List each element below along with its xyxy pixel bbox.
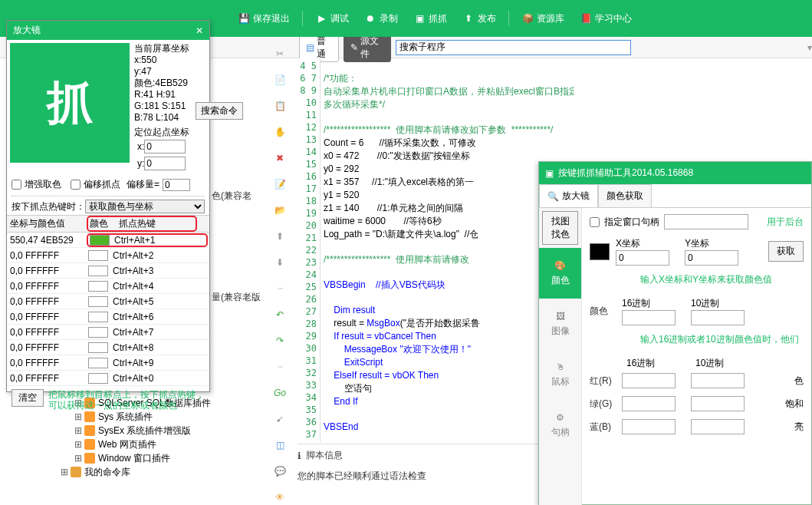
palette-icon: 🎨: [554, 260, 566, 271]
zhuazhua-button[interactable]: ▣抓抓: [413, 12, 447, 25]
plugin-icon: [84, 453, 95, 464]
hand-icon[interactable]: ✋: [272, 124, 288, 140]
grid-row[interactable]: 0,0 FFFFFFCtrl+Alt+2: [7, 248, 209, 263]
sep2: ┄: [272, 359, 288, 375]
offset-amount-input[interactable]: [163, 179, 190, 191]
clear-button[interactable]: 清空: [12, 389, 44, 407]
coord-info: 当前屏幕坐标 x:550 y:47 颜色:4EB529 R:41 H:91 G:…: [131, 41, 192, 173]
comment-icon[interactable]: 💬: [272, 464, 288, 479]
grid-row[interactable]: 550,47 4EB529Ctrl+Alt+1: [7, 233, 209, 248]
debug-button[interactable]: ▶调试: [315, 12, 349, 25]
paste-icon[interactable]: 📋: [272, 98, 288, 114]
cmd-icon: [71, 467, 81, 477]
grid-row[interactable]: 0,0 FFFFFFCtrl+Alt+8: [7, 340, 209, 355]
source-view-tab[interactable]: ✎源文件: [344, 33, 391, 62]
grid-row[interactable]: 0,0 FFFFFFCtrl+Alt+7: [7, 325, 209, 340]
b-hex-input[interactable]: [622, 419, 676, 434]
offset-checkbox[interactable]: [71, 180, 81, 190]
cross-icon[interactable]: ✖: [272, 150, 288, 166]
grid-row[interactable]: 0,0 FFFFFFCtrl+Alt+9: [7, 355, 209, 371]
hex-input[interactable]: [622, 310, 676, 325]
tree-node[interactable]: ⊞Web 网页插件: [74, 437, 258, 451]
redo-icon[interactable]: ↷: [272, 333, 288, 348]
origin-x-input[interactable]: [144, 140, 186, 153]
eye-icon[interactable]: 👁: [272, 490, 288, 505]
grid-body: 550,47 4EB529Ctrl+Alt+10,0 FFFFFFCtrl+Al…: [7, 233, 209, 386]
color-tab-content: 指定窗口句柄 用于后台 X坐标 Y坐标 获取 输入X坐标和Y坐标来获取颜色值 颜…: [582, 208, 811, 505]
tab-color-get[interactable]: 颜色获取: [598, 184, 652, 207]
dropdown-icon[interactable]: ▾: [807, 42, 812, 53]
save-icon: 💾: [238, 12, 250, 25]
r-dec-input[interactable]: [691, 373, 745, 388]
tab-magnifier[interactable]: 🔍放大镜: [539, 184, 598, 207]
folder-icon[interactable]: 📂: [272, 203, 288, 218]
vertical-toolbar: ✂ 📄 📋 ✋ ✖ 📝 📂 ⬆ ⬇ ┄ ↶ ↷ ┄ Go ➹ ◫ 💬 👁: [268, 46, 291, 505]
dec-input[interactable]: [691, 310, 745, 325]
vtab-color[interactable]: 🎨颜色: [539, 248, 581, 299]
book-icon: 📕: [580, 12, 592, 25]
color-swatch: [590, 243, 610, 260]
plugin-icon: [84, 425, 95, 436]
spec-handle-checkbox[interactable]: [590, 217, 600, 227]
x-input[interactable]: [616, 250, 669, 266]
dialog-title-bar[interactable]: 放大镜 ✕: [7, 21, 209, 40]
header-highlight: 颜色抓点热键: [88, 217, 196, 230]
search-command-button[interactable]: 搜索命令: [196, 102, 243, 120]
vtab-image[interactable]: 🖼图像: [539, 299, 581, 349]
publish-icon: ⬆: [462, 12, 475, 25]
r-hex-input[interactable]: [622, 373, 676, 388]
get-button[interactable]: 获取: [768, 241, 804, 262]
plugin-icon: [84, 439, 95, 450]
g-hex-input[interactable]: [622, 396, 676, 411]
resource-button[interactable]: 📦资源库: [521, 12, 564, 25]
normal-view-tab[interactable]: ▤普通: [299, 33, 339, 62]
grid-row[interactable]: 0,0 FFFFFFCtrl+Alt+0: [7, 371, 209, 386]
undo-icon[interactable]: ↶: [272, 307, 288, 322]
up-icon[interactable]: ⬆: [272, 229, 288, 244]
database-icon[interactable]: ◫: [272, 437, 288, 453]
publish-button[interactable]: ⬆发布: [462, 12, 496, 25]
sliders-icon: ⚙: [556, 412, 564, 423]
panel-title-bar[interactable]: ▣按键抓抓辅助工具2014.05.16868: [539, 162, 811, 184]
go-icon[interactable]: Go: [272, 385, 288, 401]
search-subroutine-input[interactable]: [396, 40, 631, 55]
code-editor[interactable]: 4 5 6 7 8 9 10 11 12 13 14 15 16 17 18 1…: [298, 58, 574, 442]
vtab-handle[interactable]: ⚙句柄: [539, 400, 581, 451]
panel-title: 脚本信息: [306, 449, 343, 462]
g-dec-input[interactable]: [691, 396, 745, 411]
grid-row[interactable]: 0,0 FFFFFFCtrl+Alt+6: [7, 309, 209, 325]
close-icon[interactable]: ✕: [196, 25, 203, 36]
tree-node[interactable]: ⊞SysEx 系统插件增强版: [74, 424, 258, 437]
code-icon: ✎: [350, 42, 358, 53]
code-content[interactable]: /*功能： 自动采集单片机串口打印窗口A数据，并粘贴到execl窗口B指定单元格…: [321, 58, 574, 442]
handle-input[interactable]: [664, 214, 748, 229]
cut-icon[interactable]: ✂: [272, 46, 288, 61]
vtab-mouse[interactable]: 🖱鼠标: [539, 349, 581, 400]
image-icon: 🖼: [556, 311, 565, 322]
origin-y-input[interactable]: [144, 157, 186, 170]
label: 保存退出: [253, 12, 290, 25]
grid-row[interactable]: 0,0 FFFFFFCtrl+Alt+3: [7, 263, 209, 279]
box-icon: 📦: [521, 12, 534, 25]
y-input[interactable]: [685, 250, 738, 266]
pointer-icon[interactable]: ➹: [272, 411, 288, 427]
grid-row[interactable]: 0,0 FFFFFFCtrl+Alt+4: [7, 279, 209, 294]
down-icon[interactable]: ⬇: [272, 255, 288, 270]
tree-node[interactable]: ⊞我的命令库: [60, 465, 258, 479]
tree-node[interactable]: ⊞Window 窗口插件: [74, 451, 258, 465]
record-button[interactable]: ⏺录制: [364, 12, 398, 25]
b-dec-input[interactable]: [691, 419, 745, 434]
line-gutter: 4 5 6 7 8 9 10 11 12 13 14 15 16 17 18 1…: [298, 58, 321, 442]
hotkey-action-select[interactable]: 获取颜色与坐标: [85, 200, 205, 213]
copy-icon[interactable]: 📄: [272, 72, 288, 87]
script-info-panel: ℹ脚本信息 您的脚本已经顺利通过语法检查: [298, 444, 543, 483]
page-icon: ▤: [306, 42, 314, 53]
doc-icon[interactable]: 📝: [272, 177, 288, 192]
enhance-checkbox[interactable]: [12, 180, 21, 190]
find-color-button[interactable]: 找图找色: [542, 211, 578, 245]
record-icon: ⏺: [364, 12, 376, 25]
save-exit-button[interactable]: 💾保存退出: [238, 12, 290, 25]
grid-row[interactable]: 0,0 FFFFFFCtrl+Alt+5: [7, 294, 209, 309]
study-button[interactable]: 📕学习中心: [580, 12, 632, 25]
vertical-tabs: 找图找色 🎨颜色 🖼图像 🖱鼠标 ⚙句柄: [539, 208, 582, 505]
